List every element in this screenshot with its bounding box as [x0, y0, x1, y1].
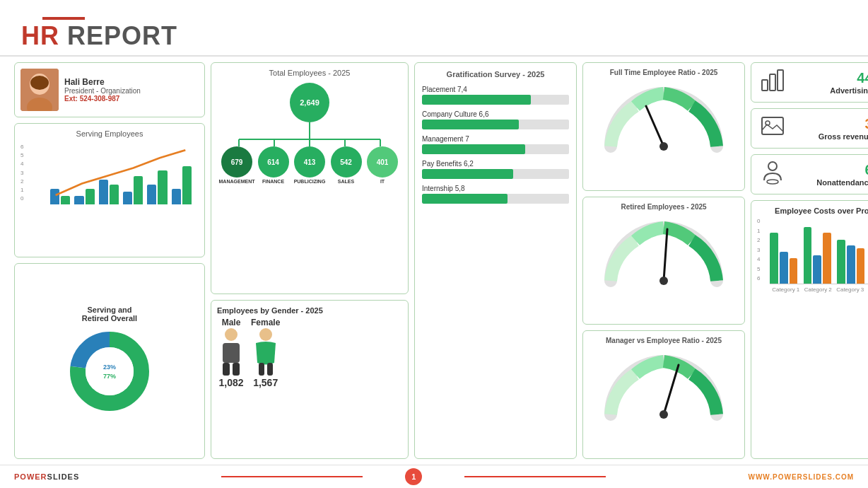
gender-row: Male 1,082 Female	[217, 318, 402, 388]
org-node-finance: 614 FINANCE	[258, 146, 289, 184]
svg-rect-21	[259, 363, 264, 376]
org-label-finance: FINANCE	[262, 179, 284, 184]
org-connector-svg	[221, 132, 398, 146]
serving-chart-wrap: 0 1 2 3 4 5 6	[20, 141, 199, 204]
costs-group-2	[804, 227, 832, 284]
donut-title: Serving and Retired Overall	[82, 306, 137, 323]
male-figure-icon	[217, 327, 245, 377]
gauge-card-3: Manager vs Employee Ratio - 2025	[582, 330, 745, 459]
gender-female: Female 1,567	[251, 318, 280, 388]
footer: POWERSLIDES 1 WWW.POWERSLIDES.COM	[0, 465, 868, 488]
donut-card: Serving and Retired Overall 23% 77%	[14, 263, 205, 459]
survey-bar-bg	[422, 144, 569, 154]
costs-title: Employee Costs over Profits	[757, 207, 868, 215]
org-root: 2,649	[290, 83, 329, 122]
profile-ext: Ext: 524-308-987	[64, 95, 141, 103]
svg-point-35	[767, 180, 778, 184]
svg-rect-22	[267, 363, 273, 376]
svg-rect-19	[233, 363, 240, 376]
col4: Full Time Employee Ratio - 2025 Retired …	[582, 62, 745, 459]
gauge-title-2: Retired Employees - 2025	[621, 203, 706, 211]
bar-orange	[790, 258, 798, 284]
image-icon	[758, 113, 787, 144]
costs-group-1	[770, 233, 798, 284]
y-axis: 0 1 2 3 4 5 6	[20, 141, 30, 204]
footer-line-left	[221, 476, 363, 477]
svg-point-24	[659, 142, 668, 151]
gauge-svg-2	[597, 214, 731, 291]
svg-rect-31	[778, 70, 783, 91]
org-vline	[309, 122, 310, 132]
donut-wrap: 23% 77%	[64, 325, 156, 417]
org-title: Total Employees - 2025	[217, 69, 402, 77]
title-hr: HR	[21, 21, 59, 50]
survey-item-2: Company Culture 6,6	[422, 110, 569, 129]
bar-blue	[780, 252, 788, 284]
female-figure-icon	[252, 327, 280, 377]
title-report: REPORT	[59, 21, 177, 50]
survey-bar-bg	[422, 194, 569, 204]
female-label: Female	[251, 318, 280, 327]
svg-line-25	[664, 229, 667, 281]
kpi-card-nonattendance: 6.6% Nonattendance - 2025	[751, 154, 868, 194]
serving-chart-card: Serving Employees 0 1 2 3 4 5 6	[14, 123, 205, 257]
bar-orange	[823, 233, 831, 284]
costs-bars	[770, 221, 868, 284]
profile-name: Hali Berre	[64, 77, 141, 87]
survey-bar-bg	[422, 120, 569, 129]
female-count: 1,567	[253, 377, 278, 388]
svg-point-34	[768, 162, 777, 170]
svg-rect-18	[223, 363, 230, 376]
costs-chart-wrap: 6 5 4 3 2 1 0	[757, 218, 868, 293]
col3: Gratification Survey - 2025 Placement 7,…	[414, 62, 577, 459]
org-node-sales: 542 SALES	[331, 146, 362, 184]
page-title: HR REPORT	[21, 21, 177, 51]
avatar	[20, 69, 59, 111]
costs-x-labels: Category 1 Category 2 Category 3 Categor…	[770, 286, 868, 293]
kpi-text-advertising: 44.2% Advertising - 2025	[792, 70, 868, 95]
bar-chart-icon	[758, 67, 787, 98]
survey-bar-fill	[422, 120, 519, 129]
male-count: 1,082	[218, 377, 243, 388]
svg-point-16	[225, 328, 237, 341]
bar-green	[837, 240, 845, 284]
svg-rect-29	[762, 80, 768, 91]
kpi-pct-advertising: 44.2%	[792, 70, 868, 86]
svg-point-3	[30, 76, 49, 90]
footer-website: WWW.POWERSLIDES.COM	[748, 473, 854, 481]
svg-text:77%: 77%	[103, 373, 116, 380]
gauge-card-1: Full Time Employee Ratio - 2025	[582, 62, 745, 191]
serving-chart-title: Serving Employees	[20, 129, 199, 138]
header: HR REPORT	[0, 0, 868, 57]
survey-item-4: Pay Benefits 6,2	[422, 160, 569, 179]
gender-title: Employees by Gender - 2025	[217, 306, 402, 315]
profile-role: President - Organization	[64, 87, 141, 95]
org-label-publicizing: PUBLICIZING	[294, 179, 326, 184]
survey-bar-fill	[422, 194, 508, 204]
org-label-management: MANAGEMENT	[219, 179, 255, 184]
kpi-card-advertising: 44.2% Advertising - 2025	[751, 62, 868, 103]
org-children: 679 MANAGEMENT 614 FINANCE 413 PUBLICIZI…	[221, 146, 398, 184]
svg-text:23%: 23%	[103, 364, 116, 371]
bar-blue	[847, 245, 855, 284]
survey-bar-fill	[422, 144, 525, 154]
svg-line-23	[646, 106, 664, 146]
svg-point-28	[659, 410, 668, 419]
gender-male: Male 1,082	[217, 318, 245, 388]
profile-info: Hali Berre President - Organization Ext:…	[64, 77, 141, 103]
bar-orange	[857, 248, 865, 284]
person-icon	[758, 159, 787, 190]
survey-item-1: Placement 7,4	[422, 86, 569, 105]
kpi-pct-gross-revenue: 3.6%	[792, 116, 868, 132]
kpi-text-gross-revenue: 3.6% Gross revenue - 2025	[792, 116, 868, 141]
survey-item-3: Management 7	[422, 135, 569, 154]
col2: Total Employees - 2025 2,649	[211, 62, 409, 459]
survey-item-5: Internship 5,8	[422, 185, 569, 204]
kpi-text-nonattendance: 6.6% Nonattendance - 2025	[792, 162, 868, 187]
org-node-it: 401 IT	[367, 146, 398, 184]
line-chart-overlay	[43, 141, 199, 211]
header-accent-line	[42, 17, 85, 20]
gauge-svg-1	[597, 79, 731, 157]
bar-green	[804, 227, 812, 284]
costs-y-labels: 6 5 4 3 2 1 0	[757, 218, 760, 281]
